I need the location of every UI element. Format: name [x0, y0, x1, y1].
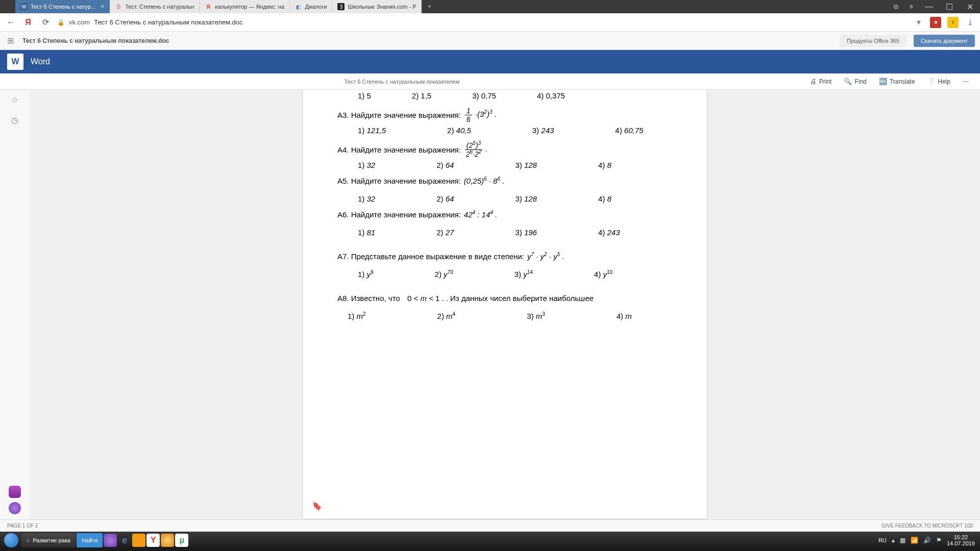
minimize-button[interactable]: — [919, 0, 939, 13]
extension-icon[interactable]: ℓ [947, 17, 959, 28]
word-label: Word [31, 57, 50, 66]
view-toolbar: Тест 6 Степень с натуральным показателем… [0, 73, 980, 90]
more-button[interactable]: ⋯ [957, 78, 975, 85]
reload-button[interactable]: ⟳ [40, 17, 51, 28]
translate-icon: 🔤 [879, 78, 887, 85]
sidebar-toggle[interactable] [0, 0, 15, 13]
print-icon: 🖨 [810, 78, 817, 85]
taskbar-media-icon[interactable] [132, 534, 145, 547]
question-a5: А5. Найдите значение выражения: (0,25)6 … [337, 177, 672, 203]
bookmark-icon[interactable]: ▾ [914, 17, 924, 28]
lang-indicator[interactable]: RU [878, 537, 887, 543]
page-indicator: PAGE 1 OF 2 [7, 523, 38, 529]
question-a6: А6. Найдите значение выражения: 424 : 14… [337, 210, 672, 237]
ie-icon: e [27, 537, 30, 543]
tab-3[interactable]: ◧ Диалоги [290, 0, 333, 13]
back-button[interactable]: ← [5, 17, 16, 28]
action-icon[interactable]: ⚑ [936, 537, 942, 544]
tray-chevron-icon[interactable]: ▴ [892, 537, 895, 544]
apps-icon[interactable]: ⊞ [5, 36, 15, 46]
help-button[interactable]: ❔Help [921, 78, 957, 85]
windows-taskbar: e Развитие рака Найти e Y µ RU ▴ ▦ 📶 🔊 ⚑… [0, 532, 980, 549]
search-icon: 🔍 [844, 78, 852, 85]
start-button[interactable] [2, 532, 20, 549]
taskbar-ie[interactable]: e Развитие рака [21, 533, 76, 547]
question-a3: А3. Найдите значение выражения: 16 ·(32)… [337, 107, 672, 135]
left-sidebar: ☆ ◷ [0, 90, 30, 519]
document-title: Тест 6 Степень с натуральным показателем [0, 79, 804, 85]
find-button[interactable]: 🔍Find [838, 78, 872, 85]
taskbar-yandex-icon[interactable]: Y [146, 534, 160, 547]
close-button[interactable]: ✕ [960, 0, 980, 13]
maximize-button[interactable]: ☐ [939, 0, 960, 13]
tab-label: Диалоги [305, 4, 327, 10]
print-button[interactable]: 🖨Print [804, 78, 838, 85]
lock-icon: 🔒 [57, 19, 65, 26]
document-page: 1) 5 2) 1,5 3) 0,75 4) 0,375 А3. Найдите… [302, 90, 707, 519]
panel-icon[interactable]: ⧉ [888, 0, 903, 13]
favorite-icon[interactable]: ☆ [9, 94, 20, 105]
new-tab-button[interactable]: + [422, 0, 437, 13]
tab-icon: ◧ [295, 3, 302, 10]
volume-icon[interactable]: 🔊 [923, 537, 931, 544]
download-icon[interactable]: ⤓ [965, 17, 975, 28]
word-header: W Word [0, 50, 980, 73]
status-bar: PAGE 1 OF 2 GIVE FEEDBACK TO MICROSOFT 1… [0, 519, 980, 532]
alice-icon[interactable] [9, 502, 21, 514]
tab-4[interactable]: З Школьные Знания.com - Р [332, 0, 422, 13]
close-icon[interactable]: × [101, 3, 104, 10]
tab-icon: D [115, 3, 122, 10]
bookmark-icon[interactable]: 🔖 [312, 501, 322, 511]
yandex-button[interactable]: Я [22, 17, 34, 28]
download-button[interactable]: Скачать документ [914, 35, 975, 47]
flag-icon[interactable]: ▦ [900, 537, 905, 544]
url-input[interactable]: 🔒 vk.com Тест 6 Степень с натуральным по… [57, 18, 908, 26]
extension-icon[interactable]: ★ [930, 17, 941, 28]
browser-titlebar: W Тест 6 Степень с натур... × D Тест. Ст… [0, 0, 980, 13]
clock[interactable]: 15:22 14.07.2019 [947, 534, 975, 546]
translate-button[interactable]: 🔤Translate [873, 78, 921, 85]
url-domain: vk.com [69, 18, 90, 26]
history-icon[interactable]: ◷ [9, 114, 20, 126]
taskbar-ie-icon[interactable]: e [118, 534, 131, 547]
address-bar: ← Я ⟳ 🔒 vk.com Тест 6 Степень с натураль… [0, 13, 980, 32]
question-a7: А7. Представьте данное выражение в виде … [337, 252, 672, 279]
tab-1[interactable]: D Тест. Степень с натуральн [110, 0, 200, 13]
taskbar-app-2[interactable] [161, 534, 174, 547]
feedback-link[interactable]: GIVE FEEDBACK TO MICROSOFT 100 [881, 523, 973, 529]
tab-icon: З [337, 3, 345, 10]
url-path: Тест 6 Степень с натуральным показателем… [94, 18, 242, 26]
network-icon[interactable]: 📶 [911, 537, 918, 544]
tab-label: Тест 6 Степень с натур... [31, 4, 95, 10]
office365-button[interactable]: Продукты Office 365 [840, 35, 906, 47]
taskbar-utorrent-icon[interactable]: µ [175, 534, 188, 547]
menu-icon[interactable]: ≡ [903, 0, 919, 13]
a2-answers: 1) 5 2) 1,5 3) 0,75 4) 0,375 [337, 91, 672, 100]
yandex-icon: Я [205, 3, 212, 10]
tab-label: Школьные Знания.com - Р [348, 4, 416, 10]
taskbar-app-1[interactable] [104, 534, 117, 547]
document-toolbar: ⊞ Тест 6 Степень с натуральным показател… [0, 32, 980, 50]
question-a4: А4. Найдите значение выражения: (25)326·… [337, 142, 672, 169]
tab-label: Тест. Степень с натуральн [125, 4, 194, 10]
tab-active[interactable]: W Тест 6 Степень с натур... × [15, 0, 110, 13]
question-a8: А8. Известно, что 0 < m < 1 . . Из данны… [337, 294, 672, 320]
help-icon: ❔ [927, 78, 935, 85]
tab-label: калькулятор — Яндекс: на [215, 4, 284, 10]
tab-2[interactable]: Я калькулятор — Яндекс: на [200, 0, 289, 13]
document-viewport[interactable]: 1) 5 2) 1,5 3) 0,75 4) 0,375 А3. Найдите… [30, 90, 980, 519]
taskbar-find[interactable]: Найти [77, 533, 103, 547]
vk-icon: W [20, 3, 28, 10]
word-icon: W [7, 54, 23, 70]
document-name: Тест 6 Степень с натуральным показателем… [22, 37, 169, 44]
app-icon[interactable] [9, 486, 21, 498]
system-tray: RU ▴ ▦ 📶 🔊 ⚑ 15:22 14.07.2019 [878, 534, 978, 546]
